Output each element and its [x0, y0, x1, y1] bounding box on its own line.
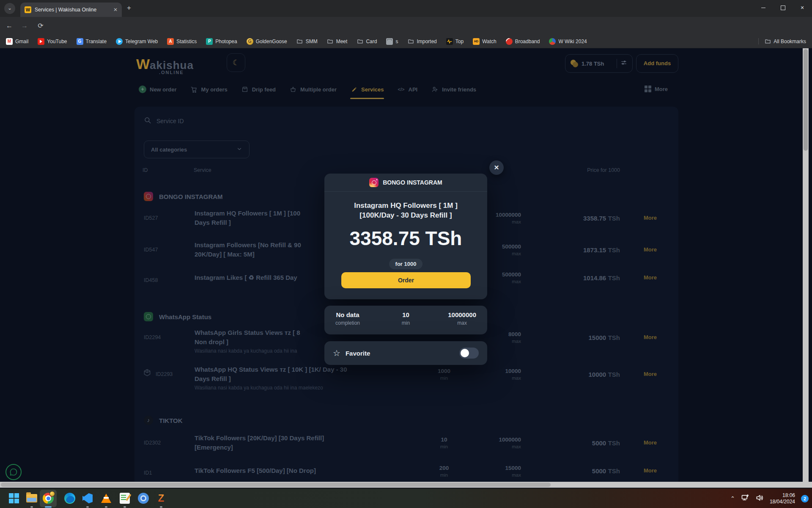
start-button[interactable] — [8, 492, 20, 505]
bookmark-folder-card[interactable]: Card — [357, 38, 377, 45]
modal-stats-card: No data completion 10 min 10000000 max — [324, 306, 487, 334]
active-tab[interactable]: Services | Wakishua Online ✕ — [20, 3, 122, 17]
file-explorer-icon[interactable] — [25, 492, 38, 505]
tab-search-button[interactable]: ⌄ — [4, 3, 15, 14]
notification-badge[interactable]: 2 — [801, 495, 809, 502]
balance-settings-icon[interactable] — [620, 59, 627, 68]
nav-my-orders[interactable]: My orders — [190, 86, 228, 93]
nav-drip-feed[interactable]: Drip feed — [241, 86, 276, 93]
clock[interactable]: 18:06 18/04/2024 — [770, 492, 795, 505]
bookmark-statistics[interactable]: Statistics — [167, 38, 197, 45]
forward-icon[interactable]: → — [19, 21, 30, 31]
broadband-icon — [506, 38, 513, 45]
bookmark-gmail[interactable]: Gmail — [6, 38, 28, 45]
chromium-icon[interactable] — [137, 492, 150, 505]
favorite-toggle[interactable] — [459, 348, 479, 359]
nav-more-button[interactable]: More — [645, 86, 668, 92]
tab-close-icon[interactable]: ✕ — [113, 7, 118, 13]
person-plus-icon — [431, 86, 439, 93]
bookmark-wiki[interactable]: W Wiki 2024 — [549, 38, 587, 45]
dark-mode-toggle[interactable]: ☾ — [227, 53, 245, 72]
all-bookmarks-button[interactable]: All Bookmarks — [758, 38, 806, 44]
photopea-icon — [206, 38, 213, 45]
volume-icon[interactable] — [755, 494, 764, 504]
whatsapp-icon — [144, 312, 153, 321]
browser-toolbar: ← → ⟳ wakishua.online/services ☆ ••• — [0, 17, 812, 35]
order-button[interactable]: Order — [341, 272, 471, 288]
hd-icon — [473, 38, 480, 45]
bookmark-folder-smm[interactable]: SMM — [296, 38, 318, 45]
bookmark-folder-meet[interactable]: Meet — [327, 38, 348, 45]
image-editor-icon[interactable] — [118, 492, 131, 505]
folder-icon — [407, 38, 414, 45]
z-app-icon[interactable]: Z — [155, 492, 167, 505]
modal-header: BONGO INSTAGRAM — [324, 174, 487, 192]
more-link[interactable]: More — [644, 467, 657, 474]
nav-services[interactable]: Services — [350, 86, 384, 93]
nav-invite-friends[interactable]: Invite friends — [431, 86, 476, 93]
table-row[interactable]: ID1 TikTok Followers F5 [500/Day] [No Dr… — [134, 464, 678, 482]
table-row[interactable]: ID2302 TikTok Followers [20K/Day] [30 Da… — [134, 432, 678, 463]
back-icon[interactable]: ← — [4, 21, 14, 31]
basket-icon — [289, 86, 297, 93]
balance-pill[interactable]: 1.78 TSh — [565, 54, 633, 73]
bookmark-folder-imported[interactable]: Imported — [407, 38, 436, 45]
service-title[interactable]: TikTok Followers F5 [500/Day] [No Drop] — [195, 466, 372, 475]
edge-icon[interactable] — [63, 492, 76, 505]
network-icon[interactable] — [741, 494, 749, 504]
folder-icon — [357, 38, 363, 45]
more-link[interactable]: More — [644, 246, 657, 253]
completion-stat: No data completion — [335, 311, 360, 326]
min-stat: 10 min — [402, 311, 410, 326]
cart-icon — [190, 86, 198, 93]
bookmark-telegram[interactable]: Telegram Web — [116, 38, 158, 45]
more-link[interactable]: More — [644, 215, 657, 221]
more-link[interactable]: More — [644, 334, 657, 340]
bookmark-broadband[interactable]: Broadband — [506, 38, 540, 45]
add-funds-button[interactable]: Add funds — [636, 54, 678, 73]
nav-multiple-order[interactable]: Multiple order — [289, 86, 337, 93]
maximize-button[interactable] — [773, 0, 793, 15]
close-button[interactable]: ✕ — [793, 0, 812, 15]
service-id: ID458 — [144, 277, 158, 283]
bookmark-photopea[interactable]: Photopea — [206, 38, 237, 45]
tab-strip: ⌄ Services | Wakishua Online ✕ + ✕ — [0, 0, 812, 17]
vlc-icon[interactable] — [100, 492, 112, 505]
nav-api[interactable]: </> API — [398, 86, 418, 93]
more-link[interactable]: More — [644, 274, 657, 281]
statistics-icon — [167, 38, 174, 45]
more-link[interactable]: More — [644, 439, 657, 446]
modal-quantity-pill: for 1000 — [389, 259, 423, 269]
whatsapp-chat-fab[interactable] — [5, 464, 22, 480]
bookmark-watch[interactable]: Watch — [473, 38, 497, 45]
vertical-scrollbar[interactable] — [803, 48, 809, 482]
vscode-icon[interactable] — [81, 492, 94, 505]
service-search[interactable] — [144, 113, 669, 130]
new-tab-button[interactable]: + — [127, 4, 131, 12]
bookmark-top[interactable]: Top — [446, 38, 464, 45]
more-link[interactable]: More — [644, 371, 657, 377]
search-input[interactable] — [156, 118, 326, 124]
minimize-button[interactable] — [754, 0, 773, 15]
bookmark-translate[interactable]: Translate — [77, 38, 107, 45]
price-cell: 5000 TSh — [532, 439, 620, 447]
bookmark-goldengoose[interactable]: GoldenGoose — [247, 38, 287, 45]
horizontal-scrollbar[interactable] — [0, 482, 803, 488]
modal-close-icon[interactable]: ✕ — [489, 160, 504, 175]
bookmark-youtube[interactable]: YouTube — [38, 38, 67, 45]
tray-chevron-icon[interactable]: ⌃ — [730, 495, 735, 502]
site-logo[interactable]: Wakishua .ONLINE — [136, 56, 194, 75]
service-title[interactable]: TikTok Followers [20K/Day] [30 Days Refi… — [195, 433, 372, 452]
category-dropdown[interactable]: All categories — [144, 141, 250, 158]
modal-favorite-card: ☆ Favorite — [324, 341, 487, 365]
nav-new-order[interactable]: + New order — [139, 86, 177, 93]
bookmark-s[interactable]: s — [386, 38, 398, 45]
service-id: ID2293 — [156, 371, 173, 377]
price-cell: 15000 TSh — [532, 334, 620, 342]
service-title[interactable]: WhatsApp HQ Status Views ᴛᴢ [ 10K ] [1K/… — [195, 365, 372, 384]
reload-icon[interactable]: ⟳ — [36, 21, 46, 31]
table-row[interactable]: ID2293 WhatsApp HQ Status Views ᴛᴢ [ 10K… — [134, 364, 678, 394]
taskbar: Z ⌃ 18:06 18/04/2024 2 — [0, 488, 812, 508]
chrome-icon[interactable] — [42, 492, 55, 505]
star-icon: ☆ — [333, 348, 340, 358]
